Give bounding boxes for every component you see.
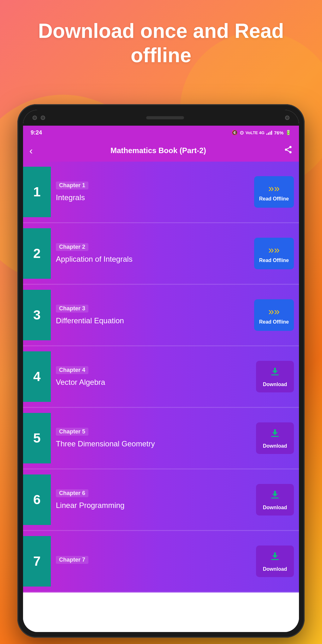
chapter-number-5: 5: [23, 413, 51, 463]
svg-point-2: [289, 151, 292, 153]
chapter-number-6: 6: [23, 474, 51, 525]
chapter-item-3: 3 Chapter 3 Differential Equation »» Rea…: [23, 285, 299, 346]
chapter-number-7: 7: [23, 536, 51, 587]
read-offline-label-3: Read Offline: [259, 319, 289, 325]
app-bar: ‹ Mathematics Book (Part-2): [23, 140, 299, 162]
chapter-title-2: Application of Integrals: [56, 254, 249, 264]
chapter-info-6: Chapter 6 Linear Programming: [51, 486, 256, 513]
phone-frame: 9:24 🔇 ⊙ VoLTE 4G 76% 🔋 ‹ Mathematics Bo…: [17, 104, 305, 638]
signal-bar-3: [270, 132, 271, 135]
read-offline-btn-2[interactable]: »» Read Offline: [254, 238, 294, 269]
download-icon-6: [269, 489, 281, 503]
download-icon-7: [269, 551, 281, 564]
status-bar: 9:24 🔇 ⊙ VoLTE 4G 76% 🔋: [23, 126, 299, 140]
speaker-bar: [146, 116, 184, 119]
status-time: 9:24: [31, 129, 42, 136]
download-label-6: Download: [263, 505, 287, 510]
chapter-title-3: Differential Equation: [56, 316, 249, 325]
download-btn-4[interactable]: Download: [256, 361, 294, 392]
chapter-title-6: Linear Programming: [56, 500, 251, 510]
read-offline-icon-1: »»: [268, 182, 280, 194]
chapter-info-1: Chapter 1 Integrals: [51, 178, 254, 206]
chapter-title-5: Three Dimensional Geometry: [56, 439, 251, 449]
chapter-label-4: Chapter 4: [56, 366, 88, 374]
read-offline-label-2: Read Offline: [259, 258, 289, 263]
chapter-number-3: 3: [23, 290, 51, 340]
phone-notch: [23, 110, 299, 126]
mute-icon: 🔇: [232, 130, 238, 135]
download-label-7: Download: [263, 566, 287, 572]
chapter-info-2: Chapter 2 Application of Integrals: [51, 240, 254, 267]
chapter-number-2: 2: [23, 228, 51, 279]
chapter-label-3: Chapter 3: [56, 305, 88, 313]
download-btn-7[interactable]: Download: [256, 546, 294, 577]
svg-rect-8: [271, 559, 279, 560]
download-btn-6[interactable]: Download: [256, 484, 294, 516]
hero-title: Download once and Read offline: [0, 19, 322, 68]
signal-bar-1: [266, 134, 267, 135]
wifi-icon: ⊙: [240, 130, 244, 136]
svg-line-4: [287, 147, 289, 149]
chapter-title-1: Integrals: [56, 193, 249, 202]
signal-bar-4: [271, 131, 272, 135]
status-right: 🔇 ⊙ VoLTE 4G 76% 🔋: [232, 130, 291, 136]
front-sensors: [285, 116, 289, 120]
svg-rect-5: [271, 374, 279, 375]
chapter-item-1: 1 Chapter 1 Integrals »» Read Offline: [23, 162, 299, 223]
app-title: Mathematics Book (Part-2): [39, 146, 277, 155]
chapter-info-7: Chapter 7: [51, 553, 256, 570]
back-button[interactable]: ‹: [29, 145, 33, 157]
read-offline-icon-2: »»: [268, 244, 280, 256]
phone-screen: 9:24 🔇 ⊙ VoLTE 4G 76% 🔋 ‹ Mathematics Bo…: [23, 110, 299, 632]
download-btn-5[interactable]: Download: [256, 422, 294, 454]
read-offline-label-1: Read Offline: [259, 196, 289, 202]
chapters-list: 1 Chapter 1 Integrals »» Read Offline 2 …: [23, 162, 299, 632]
battery-icon: 🔋: [285, 130, 291, 135]
svg-point-0: [289, 146, 292, 148]
chapter-title-4: Vector Algebra: [56, 377, 251, 387]
chapter-info-5: Chapter 5 Three Dimensional Geometry: [51, 425, 256, 452]
svg-rect-7: [271, 498, 279, 498]
download-label-4: Download: [263, 382, 287, 387]
camera-dot-2: [41, 116, 45, 120]
network-label: VoLTE 4G: [246, 130, 265, 135]
read-offline-icon-3: »»: [268, 306, 280, 317]
signal-bars: [266, 130, 272, 135]
chapter-label-2: Chapter 2: [56, 243, 88, 251]
download-icon-5: [269, 427, 281, 441]
chapter-item-2: 2 Chapter 2 Application of Integrals »» …: [23, 223, 299, 285]
chapter-label-7: Chapter 7: [56, 556, 88, 564]
chapter-info-3: Chapter 3 Differential Equation: [51, 301, 254, 329]
chapter-number-1: 1: [23, 167, 51, 217]
battery-percent: 76%: [274, 130, 283, 135]
chapter-item-4: 4 Chapter 4 Vector Algebra Download: [23, 346, 299, 408]
read-offline-btn-3[interactable]: »» Read Offline: [254, 299, 294, 331]
chapter-item-6: 6 Chapter 6 Linear Programming Download: [23, 469, 299, 531]
front-camera: [33, 116, 45, 120]
chapter-label-6: Chapter 6: [56, 489, 88, 497]
chapter-item-7: 7 Chapter 7 Download: [23, 531, 299, 593]
svg-rect-6: [271, 436, 279, 437]
chapter-label-1: Chapter 1: [56, 182, 88, 189]
signal-bar-2: [268, 133, 269, 135]
read-offline-btn-1[interactable]: »» Read Offline: [254, 176, 294, 208]
download-icon-4: [269, 366, 281, 380]
svg-point-1: [285, 148, 287, 151]
svg-line-3: [287, 150, 289, 152]
chapter-label-5: Chapter 5: [56, 428, 88, 436]
chapter-info-4: Chapter 4 Vector Algebra: [51, 363, 256, 390]
sensor-dot-1: [285, 116, 289, 120]
chapter-number-4: 4: [23, 351, 51, 402]
download-label-5: Download: [263, 443, 287, 449]
chapter-item-5: 5 Chapter 5 Three Dimensional Geometry D…: [23, 408, 299, 469]
camera-dot-1: [33, 116, 37, 120]
share-button[interactable]: [284, 145, 293, 156]
